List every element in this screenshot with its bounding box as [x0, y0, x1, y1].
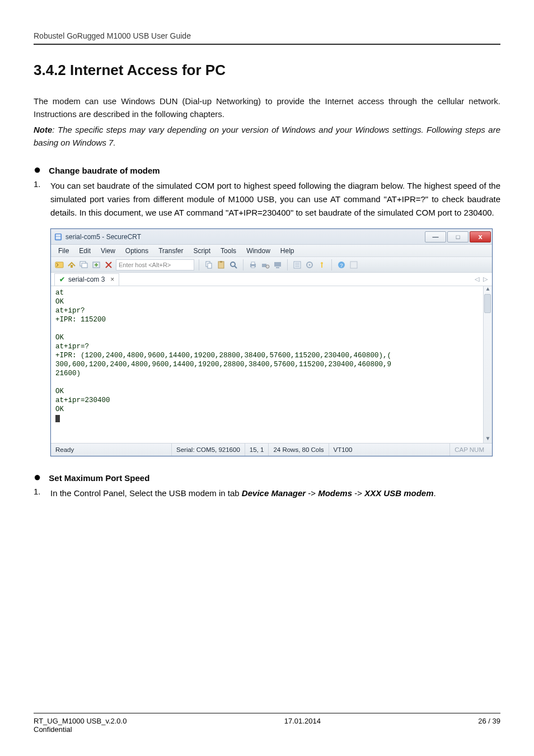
session-manager-icon[interactable]	[79, 260, 89, 270]
find-icon[interactable]	[228, 260, 238, 270]
app-icon	[54, 233, 62, 241]
svg-point-12	[231, 262, 235, 267]
step2-modems: Modems	[318, 488, 352, 498]
svg-rect-18	[274, 262, 281, 267]
disconnect-icon[interactable]	[104, 260, 114, 270]
svg-rect-14	[251, 262, 255, 264]
paste-icon[interactable]	[216, 260, 226, 270]
svg-rect-11	[220, 261, 222, 263]
toolbar: Enter host <Alt+R> ?	[51, 257, 492, 273]
bullet-icon: ●	[34, 164, 41, 176]
toolbar-separator	[331, 259, 332, 270]
settings-icon[interactable]	[305, 260, 315, 270]
svg-rect-9	[208, 263, 212, 268]
tab-scroll-arrows[interactable]: ◁ ▷	[475, 276, 489, 283]
footer-doc-id: RT_UG_M1000 USB_v.2.0.0	[34, 717, 127, 725]
svg-rect-4	[71, 265, 73, 268]
scrollbar[interactable]: ▲ ▼	[483, 286, 492, 443]
note-paragraph: Note: The specific steps may vary depend…	[34, 123, 500, 150]
note-text: : The specific steps may vary depending …	[34, 125, 500, 147]
terminal-output[interactable]: at OK at+ipr? +IPR: 115200 OK at+ipr=? +…	[51, 286, 492, 444]
svg-text:?: ?	[340, 263, 343, 268]
connect-icon[interactable]	[67, 260, 77, 270]
status-size: 24 Rows, 80 Cols	[268, 444, 328, 456]
tab-close-icon[interactable]: ×	[110, 276, 114, 283]
menu-edit[interactable]: Edit	[74, 246, 96, 256]
step2-device-manager: Device Manager	[242, 488, 306, 498]
footer-page: 26 / 39	[478, 717, 500, 734]
page-footer: RT_UG_M1000 USB_v.2.0.0 Confidential 17.…	[34, 713, 500, 734]
list-number: 1.	[34, 487, 44, 496]
svg-rect-6	[82, 263, 87, 268]
menu-bar: File Edit View Options Transfer Script T…	[51, 245, 492, 257]
menu-script[interactable]: Script	[188, 246, 216, 256]
menu-tools[interactable]: Tools	[216, 246, 241, 256]
menu-transfer[interactable]: Transfer	[153, 246, 188, 256]
scroll-thumb[interactable]	[484, 294, 491, 313]
titlebar[interactable]: serial-com5 - SecureCRT — □ x	[51, 229, 492, 245]
maximize-button[interactable]: □	[447, 231, 469, 242]
step-2-text: In the Control Panel, Select the USB mod…	[50, 487, 436, 500]
svg-rect-27	[350, 262, 357, 268]
quick-connect-icon[interactable]	[54, 260, 64, 270]
terminal-text: at OK at+ipr? +IPR: 115200 OK at+ipr=? +…	[55, 289, 391, 413]
note-label: Note	[34, 125, 52, 134]
host-input[interactable]: Enter host <Alt+R>	[116, 259, 194, 270]
menu-options[interactable]: Options	[120, 246, 153, 256]
svg-rect-3	[55, 262, 63, 268]
print-setup-icon[interactable]	[260, 260, 270, 270]
print-screen-icon[interactable]	[273, 260, 283, 270]
svg-point-17	[266, 265, 269, 268]
svg-rect-19	[276, 267, 279, 268]
step2-arrow1: ->	[306, 488, 318, 498]
step-1-text: You can set baudrate of the simulated CO…	[50, 179, 500, 220]
new-session-icon[interactable]	[91, 260, 101, 270]
svg-point-22	[309, 264, 311, 265]
menu-view[interactable]: View	[96, 246, 120, 256]
options-icon[interactable]	[292, 260, 302, 270]
session-tab[interactable]: ✔ serial-com 3 ×	[54, 273, 119, 286]
bullet-1-title: Change baudrate of modem	[49, 166, 160, 175]
help-icon[interactable]: ?	[336, 260, 346, 270]
footer-confidential: Confidential	[34, 725, 127, 734]
step2-arrow2: ->	[352, 488, 364, 498]
intro-paragraph: The modem can use Windows DUN (Dial-up N…	[34, 95, 500, 121]
step2-period: .	[434, 488, 436, 498]
step2-pre: In the Control Panel, Select the USB mod…	[50, 488, 242, 498]
menu-window[interactable]: Window	[241, 246, 275, 256]
svg-rect-24	[321, 264, 322, 268]
svg-point-23	[321, 262, 323, 264]
toolbar-separator	[287, 259, 288, 270]
bullet-icon: ●	[34, 471, 41, 483]
status-indicators: CAP NUM	[449, 444, 489, 456]
status-emulation: VT100	[329, 444, 357, 456]
toolbar-separator	[199, 259, 199, 270]
svg-rect-1	[56, 234, 61, 236]
info-icon[interactable]	[317, 260, 327, 270]
print-icon[interactable]	[248, 260, 258, 270]
toolbar-separator	[243, 259, 243, 270]
scroll-up-icon[interactable]: ▲	[486, 286, 489, 293]
scroll-down-icon[interactable]: ▼	[486, 436, 489, 443]
status-cursor: 15, 1	[245, 444, 269, 456]
status-bar: Ready Serial: COM5, 921600 15, 1 24 Rows…	[51, 444, 492, 456]
menu-help[interactable]: Help	[275, 246, 299, 256]
running-header: Robustel GoRugged M1000 USB User Guide	[34, 31, 500, 45]
footer-date: 17.01.2014	[284, 717, 321, 734]
window-title: serial-com5 - SecureCRT	[65, 233, 141, 241]
tab-row: ✔ serial-com 3 × ◁ ▷	[51, 273, 492, 286]
close-button[interactable]: x	[470, 231, 491, 242]
terminal-cursor	[55, 415, 60, 422]
copy-icon[interactable]	[204, 260, 214, 270]
bullet-2-title: Set Maximum Port Speed	[49, 473, 149, 483]
about-icon[interactable]	[349, 260, 359, 270]
tab-active-icon: ✔	[59, 276, 65, 283]
svg-rect-2	[56, 236, 61, 239]
section-heading: 3.4.2 Internet Access for PC	[34, 62, 500, 79]
status-port: Serial: COM5, 921600	[171, 444, 245, 456]
menu-file[interactable]: File	[53, 246, 74, 256]
svg-rect-15	[251, 266, 255, 268]
tab-label: serial-com 3	[68, 276, 105, 283]
list-number: 1.	[34, 179, 44, 189]
minimize-button[interactable]: —	[425, 231, 446, 242]
